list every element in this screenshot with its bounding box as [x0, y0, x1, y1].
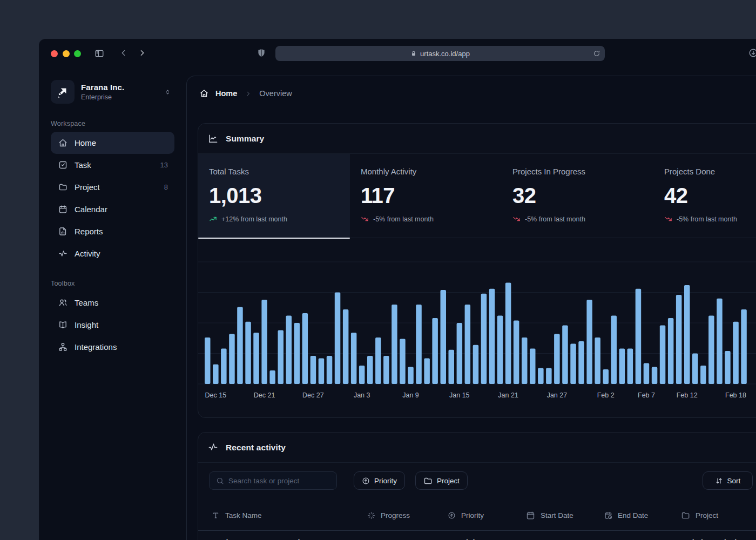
svg-text:Feb 12: Feb 12 [677, 392, 698, 399]
org-switcher[interactable]: Farana Inc. Enterprise [51, 79, 174, 105]
address-bar[interactable]: urtask.co.id/app [275, 46, 605, 61]
sort-icon [715, 477, 723, 485]
sidebar-item-task[interactable]: Task13 [51, 154, 174, 176]
stat-delta: +12% from last month [221, 215, 287, 223]
calendar-icon [526, 511, 535, 520]
breadcrumb-home[interactable]: Home [199, 89, 237, 98]
stat-value: 32 [512, 184, 643, 208]
stat-value: 117 [361, 184, 491, 208]
project-filter-button[interactable]: Project [415, 471, 468, 490]
sidebar-item-insight[interactable]: Insight [51, 314, 174, 336]
column-label: Task Name [225, 511, 262, 519]
svg-text:Jan 9: Jan 9 [402, 392, 419, 399]
calendar-clock-icon [604, 511, 612, 519]
book-icon [58, 320, 68, 329]
org-plan: Enterprise [81, 93, 124, 101]
task-icon [58, 160, 68, 170]
table-body: Design Homepage Mockup 40% High Nov 1, 2… [198, 531, 756, 540]
summary-title: Summary [226, 134, 264, 144]
column-header-priority[interactable]: Priority [448, 511, 526, 519]
column-header-start-date[interactable]: Start Date [526, 511, 604, 520]
table-row[interactable]: Design Homepage Mockup 40% High Nov 1, 2… [198, 531, 756, 540]
sidebar-item-home[interactable]: Home [51, 132, 174, 154]
breadcrumb-current: Overview [259, 89, 292, 98]
chevrons-up-down-icon[interactable] [164, 89, 171, 96]
column-label: Priority [461, 511, 484, 519]
browser-window: urtask.co.id/app Farana Inc. Enterprise … [39, 39, 756, 540]
sidebar-item-activity[interactable]: Activity [51, 242, 174, 265]
svg-text:Dec 21: Dec 21 [254, 392, 275, 399]
column-header-progress[interactable]: Progress [367, 511, 448, 519]
desktop: { "browser": { "url": "urtask.co.id/app"… [0, 0, 756, 540]
chevron-right-icon [245, 90, 252, 97]
home-icon [199, 89, 209, 98]
lock-icon [410, 50, 417, 57]
sidebar-toggle-icon[interactable] [94, 49, 104, 58]
summary-panel: Summary Total Tasks 1,013 +12% from last… [198, 123, 756, 418]
stat-label: Projects Done [664, 167, 756, 176]
org-logo [51, 80, 75, 104]
trend-down-icon [361, 215, 369, 223]
svg-text:Feb 7: Feb 7 [638, 392, 655, 399]
folder-icon [681, 511, 690, 520]
breadcrumb: Home Overview [199, 76, 292, 111]
stat-value: 42 [664, 184, 756, 208]
sidebar-item-integrations[interactable]: Integrations [51, 336, 174, 358]
column-label: Progress [381, 511, 410, 519]
bar-chart-svg: Dec 15Dec 21Dec 27Jan 3Jan 9Jan 15Jan 21… [198, 238, 756, 417]
stat-card-projects-in-progress[interactable]: Projects In Progress 32 -5% from last mo… [502, 154, 653, 238]
sidebar-item-reports[interactable]: Reports [51, 220, 174, 242]
column-label: Project [696, 511, 718, 519]
stat-label: Projects In Progress [512, 167, 643, 176]
column-header-end-date[interactable]: End Date [604, 511, 681, 519]
reload-icon[interactable] [593, 50, 600, 57]
sidebar-item-label: Home [75, 138, 96, 147]
stat-card-projects-done[interactable]: Projects Done 42 -5% from last month [653, 154, 756, 238]
stat-label: Total Tasks [209, 167, 339, 176]
stat-card-total-tasks[interactable]: Total Tasks 1,013 +12% from last month [198, 154, 350, 238]
svg-text:Jan 21: Jan 21 [498, 392, 518, 399]
stat-card-monthly-activity[interactable]: Monthly Activity 117 -5% from last month [350, 154, 502, 238]
sidebar-item-label: Insight [75, 320, 98, 329]
close-window-button[interactable] [51, 50, 58, 57]
page-header: Home Overview [187, 76, 756, 111]
svg-text:Dec 27: Dec 27 [302, 392, 324, 399]
org-name: Farana Inc. [81, 83, 124, 92]
search-icon [216, 477, 224, 485]
task-search[interactable] [209, 471, 337, 490]
trend-up-icon [209, 215, 217, 223]
folder-icon [423, 476, 433, 485]
back-icon[interactable] [119, 49, 128, 57]
zoom-window-button[interactable] [74, 50, 81, 57]
sidebar-item-label: Calendar [75, 205, 107, 214]
sidebar-item-project[interactable]: Project8 [51, 176, 174, 198]
sort-button[interactable]: Sort [703, 471, 753, 490]
sidebar-item-calendar[interactable]: Calendar [51, 198, 174, 220]
app: Farana Inc. Enterprise Workspace Home Ta… [39, 68, 756, 540]
column-header-task-name[interactable]: Task Name [212, 511, 367, 519]
stats-row: Total Tasks 1,013 +12% from last monthMo… [198, 154, 756, 238]
stat-delta: -5% from last month [525, 215, 585, 223]
sidebar-section-label: Toolbox [51, 280, 174, 287]
sidebar-nav: Workspace Home Task13 Project8 Calendar … [51, 120, 174, 358]
sidebar-item-teams[interactable]: Teams [51, 292, 174, 314]
chart-line-icon [208, 133, 218, 144]
download-icon[interactable] [748, 48, 756, 58]
column-header-project[interactable]: Project [681, 511, 756, 520]
priority-filter-button[interactable]: Priority [354, 471, 405, 490]
sidebar-section-label: Workspace [51, 120, 174, 127]
activity-bar-chart: Dec 15Dec 21Dec 27Jan 3Jan 9Jan 15Jan 21… [198, 238, 756, 417]
text-icon [212, 511, 220, 519]
shield-icon[interactable] [256, 48, 266, 58]
minimize-window-button[interactable] [63, 50, 70, 57]
task-search-input[interactable] [228, 477, 330, 485]
sidebar-item-label: Integrations [75, 342, 117, 352]
forward-icon[interactable] [138, 49, 146, 57]
loader-icon [367, 511, 375, 519]
column-label: Start Date [541, 511, 573, 519]
activity-icon [58, 249, 68, 258]
table-controls: Priority Project Sort [198, 463, 756, 501]
sidebar-item-label: Project [75, 183, 100, 192]
report-icon [58, 227, 68, 236]
sidebar: Farana Inc. Enterprise Workspace Home Ta… [39, 68, 186, 540]
